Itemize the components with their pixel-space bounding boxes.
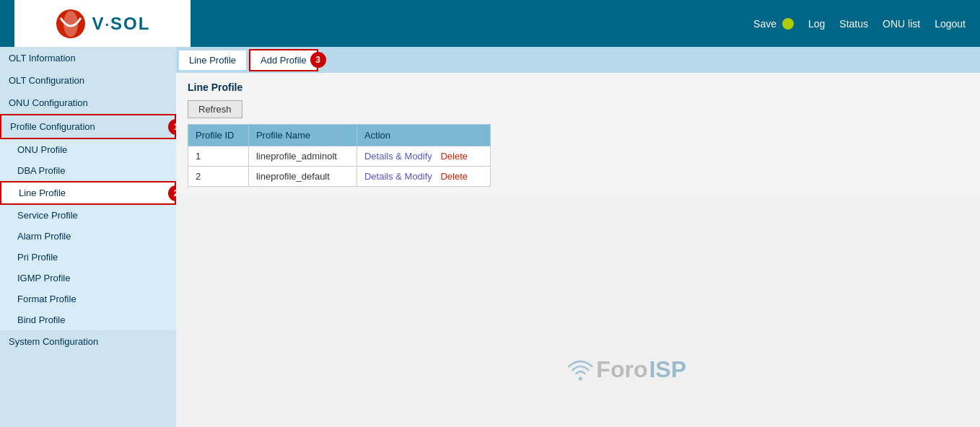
sidebar-item-format-profile[interactable]: Format Profile bbox=[0, 289, 176, 309]
tab-line-profile[interactable]: Line Profile bbox=[179, 50, 246, 70]
table-row: 2 lineprofile_default Details & Modify D… bbox=[188, 167, 491, 187]
sidebar-item-bind-profile[interactable]: Bind Profile bbox=[0, 309, 176, 330]
status-indicator bbox=[782, 18, 794, 30]
header: V·SOL Save Log Status ONU list Logout bbox=[0, 0, 980, 47]
logo-area: V·SOL bbox=[14, 0, 191, 47]
sidebar-item-pri-profile[interactable]: Pri Profile bbox=[0, 247, 176, 268]
sidebar-item-olt-information[interactable]: OLT Information bbox=[0, 47, 176, 69]
header-nav: Log Status ONU list Logout bbox=[808, 18, 966, 30]
watermark-wifi-icon bbox=[566, 355, 595, 384]
save-area: Save bbox=[753, 18, 794, 30]
sidebar-item-line-profile[interactable]: Line Profile bbox=[0, 181, 176, 205]
row2-action: Details & Modify Delete bbox=[356, 167, 490, 187]
badge-3: 3 bbox=[310, 52, 326, 68]
watermark: Foro ISP bbox=[566, 355, 686, 384]
sidebar-item-system-configuration[interactable]: System Configuration bbox=[0, 330, 176, 353]
row2-id: 2 bbox=[188, 167, 249, 187]
content-area: Line Profile Refresh Profile ID Profile … bbox=[176, 73, 980, 195]
sidebar-item-service-profile[interactable]: Service Profile bbox=[0, 205, 176, 226]
logout-link[interactable]: Logout bbox=[935, 18, 966, 30]
tab-add-profile[interactable]: Add Profile bbox=[249, 49, 318, 71]
row2-delete-link[interactable]: Delete bbox=[440, 171, 468, 182]
col-profile-id: Profile ID bbox=[188, 125, 249, 146]
sidebar-item-olt-configuration[interactable]: OLT Configuration bbox=[0, 69, 176, 92]
save-label: Save bbox=[753, 18, 776, 30]
watermark-isp: ISP bbox=[649, 356, 686, 383]
logo: V·SOL bbox=[55, 8, 151, 40]
line-profile-table: Profile ID Profile Name Action 1 linepro… bbox=[188, 124, 491, 187]
row1-name: lineprofile_adminolt bbox=[248, 146, 356, 167]
log-link[interactable]: Log bbox=[808, 18, 825, 30]
sidebar-item-igmp-profile[interactable]: IGMP Profile bbox=[0, 268, 176, 289]
row2-name: lineprofile_default bbox=[248, 167, 356, 187]
row1-action: Details & Modify Delete bbox=[356, 146, 490, 167]
header-right: Save Log Status ONU list Logout bbox=[753, 18, 966, 30]
layout: OLT Information OLT Configuration ONU Co… bbox=[0, 47, 980, 427]
vsol-logo-icon bbox=[55, 8, 87, 40]
refresh-button[interactable]: Refresh bbox=[188, 100, 242, 118]
svg-point-2 bbox=[579, 377, 582, 381]
row2-details-link[interactable]: Details & Modify bbox=[364, 171, 432, 182]
sidebar-item-profile-configuration[interactable]: Profile Configuration bbox=[0, 114, 176, 139]
table-row: 1 lineprofile_adminolt Details & Modify … bbox=[188, 146, 491, 167]
row1-delete-link[interactable]: Delete bbox=[440, 151, 468, 162]
col-profile-name: Profile Name bbox=[248, 125, 356, 146]
logo-text: V·SOL bbox=[92, 14, 151, 34]
sidebar-item-onu-configuration[interactable]: ONU Configuration bbox=[0, 92, 176, 114]
main-content: Line Profile Add Profile 3 Line Profile … bbox=[176, 47, 980, 427]
status-link[interactable]: Status bbox=[839, 18, 868, 30]
sidebar-item-onu-profile[interactable]: ONU Profile bbox=[0, 139, 176, 160]
row1-details-link[interactable]: Details & Modify bbox=[364, 151, 432, 162]
col-action: Action bbox=[356, 125, 490, 146]
watermark-foro: Foro bbox=[596, 356, 647, 383]
sidebar-item-alarm-profile[interactable]: Alarm Profile bbox=[0, 226, 176, 247]
sidebar: OLT Information OLT Configuration ONU Co… bbox=[0, 47, 176, 427]
onu-list-link[interactable]: ONU list bbox=[883, 18, 920, 30]
sidebar-item-dba-profile[interactable]: DBA Profile bbox=[0, 160, 176, 181]
page-title: Line Profile bbox=[188, 82, 968, 93]
tab-bar: Line Profile Add Profile 3 bbox=[176, 47, 980, 73]
row1-id: 1 bbox=[188, 146, 249, 167]
